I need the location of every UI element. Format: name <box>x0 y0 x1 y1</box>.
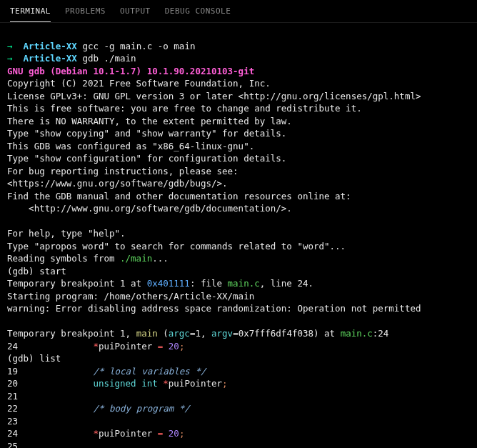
star: * <box>93 341 99 352</box>
tabs-bar: TERMINAL PROBLEMS OUTPUT DEBUG CONSOLE <box>0 0 477 23</box>
puipointer: puiPointer <box>169 378 222 389</box>
gdb-license: License GPLv3+: GNU GPL version 3 or lat… <box>7 91 421 101</box>
linenum: 22 <box>7 403 18 414</box>
linenum: 20 <box>7 378 18 389</box>
spaces <box>18 403 93 414</box>
addr1: 0x401111 <box>147 278 190 289</box>
mainc: main.c <box>341 328 373 339</box>
linenum: 23 <box>7 416 18 427</box>
paren: ( <box>158 328 169 339</box>
cmd-gdb: gdb ./main <box>82 53 136 64</box>
prompt-dir: Article-XX <box>24 41 77 51</box>
gdb-showcopy: Type "show copying" and "show warranty" … <box>7 128 286 139</box>
star: * <box>93 428 99 439</box>
spaces <box>18 378 93 389</box>
puipointer: puiPointer <box>99 428 158 439</box>
tempbp-text: Temporary breakpoint 1 at <box>7 278 147 289</box>
argvval: =0x7fff6df4f038) at <box>233 328 341 339</box>
line24: , line 24. <box>260 278 313 289</box>
eq1: =1, <box>190 328 211 339</box>
gdb-findmanual: Find the GDB manual and other documentat… <box>7 191 351 201</box>
spaces <box>18 428 93 439</box>
prompt-arrow: → <box>7 41 13 51</box>
cmd-gcc: gcc -g main.c -o main <box>82 41 195 51</box>
gdb-version: GNU gdb (Debian 10.1-1.7) 10.1.90.202101… <box>7 66 254 76</box>
gdb-mainfile: ./main <box>120 253 152 264</box>
gdb-bugreport: For bug reporting instructions, please s… <box>7 166 239 176</box>
prompt-arrow: → <box>7 53 13 64</box>
linenum: 25 <box>7 441 18 448</box>
tab-problems[interactable]: PROBLEMS <box>65 6 106 16</box>
linenum: 19 <box>7 366 18 377</box>
gdb-warranty: There is NO WARRANTY, to the extent perm… <box>7 116 292 126</box>
tempbp2: Temporary breakpoint 1, <box>7 328 136 339</box>
gdb-docurl: <http://www.gnu.org/software/gdb/documen… <box>7 203 292 214</box>
gdb-free: This is free software: you are free to c… <box>7 103 362 114</box>
tab-output[interactable]: OUTPUT <box>120 6 151 16</box>
comment1: /* local variables */ <box>93 366 206 377</box>
spaces <box>18 341 93 352</box>
argv: argv <box>211 328 233 339</box>
semi: ; <box>222 378 228 389</box>
gdb-apropos: Type "apropos word" to search for comman… <box>7 241 346 252</box>
colon24: :24 <box>373 328 389 339</box>
spaces <box>18 366 93 377</box>
semi: ; <box>179 341 185 352</box>
starting: Starting program: /home/others/Article-X… <box>7 291 254 302</box>
star: * <box>163 378 169 389</box>
cmd-list: list <box>39 353 61 364</box>
file-colon: : file <box>190 278 228 289</box>
comment2: /* body program */ <box>93 403 189 414</box>
terminal-output[interactable]: → Article-XX gcc -g main.c -o main → Art… <box>0 23 477 448</box>
mainc: main.c <box>228 278 260 289</box>
warning: warning: Error disabling address space r… <box>7 303 421 314</box>
gdb-prompt: (gdb) <box>7 266 39 277</box>
int: int <box>141 378 158 389</box>
gdb-forhelp: For help, type "help". <box>7 228 126 239</box>
gdb-copyright: Copyright (C) 2021 Free Software Foundat… <box>7 78 271 89</box>
linenum: 24 <box>7 341 18 352</box>
puipointer: puiPointer <box>99 341 158 352</box>
gdb-configured: This GDB was configured as "x86_64-linux… <box>7 141 254 151</box>
prompt-dir: Article-XX <box>24 53 77 64</box>
argc: argc <box>169 328 190 339</box>
gdb-showconfig: Type "show configuration" for configurat… <box>7 153 286 164</box>
gdb-reading: Reading symbols from <box>7 253 120 264</box>
gdb-bugurl: <https://www.gnu.org/software/gdb/bugs/>… <box>7 178 228 189</box>
semi: ; <box>179 428 185 439</box>
tab-terminal[interactable]: TERMINAL <box>10 6 51 22</box>
twenty: 20 <box>169 428 179 439</box>
unsigned: unsigned <box>93 378 136 389</box>
dots: ... <box>152 253 169 264</box>
cmd-start: start <box>39 266 66 277</box>
twenty: 20 <box>169 341 179 352</box>
linenum: 21 <box>7 391 18 402</box>
equals: = <box>158 341 169 352</box>
gdb-prompt: (gdb) <box>7 353 39 364</box>
linenum: 24 <box>7 428 18 439</box>
equals: = <box>158 428 169 439</box>
tab-debug[interactable]: DEBUG CONSOLE <box>165 6 231 16</box>
main-fn: main <box>136 328 158 339</box>
